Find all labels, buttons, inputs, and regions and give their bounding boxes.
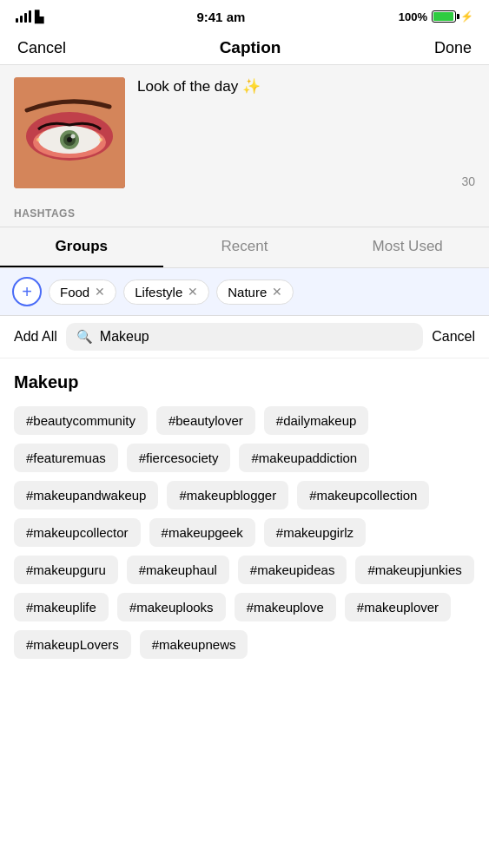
list-item[interactable]: #featuremuas <box>14 444 118 472</box>
list-item[interactable]: #makeuphaul <box>127 556 229 584</box>
list-item[interactable]: #dailymakeup <box>264 406 369 435</box>
list-item[interactable]: #makeupgeek <box>149 518 255 547</box>
tab-recent[interactable]: Recent <box>163 227 327 267</box>
search-input[interactable] <box>100 329 413 345</box>
eye-svg <box>14 77 125 188</box>
battery-icon <box>432 10 456 23</box>
list-item[interactable]: #makeupguru <box>14 556 118 584</box>
battery-percent: 100% <box>399 10 427 23</box>
hashtag-chips: #beautycommunity#beautylover#dailymakeup… <box>14 406 475 669</box>
list-item[interactable]: #makeuplife <box>14 593 109 621</box>
done-button[interactable]: Done <box>434 39 472 57</box>
list-item[interactable]: #makeupandwakeup <box>14 481 158 510</box>
search-cancel-button[interactable]: Cancel <box>432 329 475 345</box>
tab-groups[interactable]: Groups <box>0 227 163 267</box>
svg-point-9 <box>99 138 102 141</box>
tab-bar: Groups Recent Most Used <box>0 227 489 268</box>
list-item[interactable]: #makeupideas <box>238 556 347 584</box>
group-title: Makeup <box>14 372 475 392</box>
list-item[interactable]: #makeupjunkies <box>355 556 473 584</box>
list-item[interactable]: #makeupaddiction <box>239 444 369 472</box>
status-left: ▙ <box>16 10 43 23</box>
signal-icon <box>16 10 31 23</box>
list-item[interactable]: #makeuplove <box>235 593 336 621</box>
status-right: 100% ⚡ <box>399 10 473 23</box>
post-image <box>14 77 125 188</box>
search-bar: Add All 🔍 Cancel <box>0 316 489 358</box>
svg-point-8 <box>36 138 40 141</box>
list-item[interactable]: #makeupLovers <box>14 630 131 659</box>
svg-point-6 <box>67 137 72 142</box>
list-item[interactable]: #makeupcollection <box>297 481 429 510</box>
list-item[interactable]: #beautycommunity <box>14 406 148 435</box>
caption-area: Look of the day ✨ 30 <box>0 65 489 201</box>
caption-text[interactable]: Look of the day ✨ <box>125 77 475 188</box>
char-count: 30 <box>461 174 475 188</box>
list-item[interactable]: #beautylover <box>156 406 255 435</box>
add-tag-button[interactable]: + <box>12 277 42 306</box>
status-time: 9:41 am <box>196 10 245 24</box>
cancel-button[interactable]: Cancel <box>17 39 66 57</box>
tags-row: + Food ✕ Lifestyle ✕ Nature ✕ <box>0 268 489 316</box>
page-title: Caption <box>220 38 281 57</box>
remove-nature-icon[interactable]: ✕ <box>272 285 282 299</box>
wifi-icon: ▙ <box>35 10 43 23</box>
remove-food-icon[interactable]: ✕ <box>95 285 105 299</box>
search-input-wrap: 🔍 <box>66 323 423 351</box>
tag-chip-lifestyle[interactable]: Lifestyle ✕ <box>123 279 209 305</box>
remove-lifestyle-icon[interactable]: ✕ <box>188 285 198 299</box>
list-item[interactable]: #makeupblogger <box>167 481 288 510</box>
search-icon: 🔍 <box>76 329 93 345</box>
status-bar: ▙ 9:41 am 100% ⚡ <box>0 0 489 31</box>
tag-chip-food[interactable]: Food ✕ <box>49 279 116 305</box>
list-item[interactable]: #makeupgirlz <box>264 518 366 547</box>
battery-bolt: ⚡ <box>460 10 473 23</box>
hashtags-label: HASHTAGS <box>14 207 475 227</box>
hashtags-section: HASHTAGS <box>0 201 489 227</box>
svg-point-7 <box>71 135 76 139</box>
list-item[interactable]: #fiercesociety <box>127 444 231 472</box>
nav-bar: Cancel Caption Done <box>0 31 489 65</box>
list-item[interactable]: #makeupnews <box>140 630 248 659</box>
hashtag-list-section: Makeup #beautycommunity#beautylover#dail… <box>0 358 489 669</box>
tag-chip-nature[interactable]: Nature ✕ <box>216 279 294 305</box>
list-item[interactable]: #makeupcollector <box>14 518 141 547</box>
tab-most-used[interactable]: Most Used <box>326 227 489 267</box>
list-item[interactable]: #makeuplover <box>345 593 451 621</box>
list-item[interactable]: #makeuplooks <box>117 593 226 621</box>
add-all-button[interactable]: Add All <box>14 329 57 345</box>
